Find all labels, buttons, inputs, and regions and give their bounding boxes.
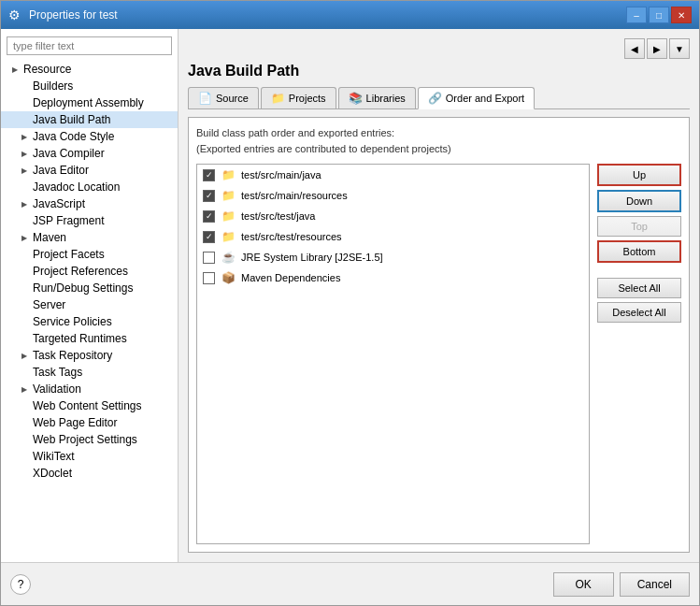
window-title: Properties for test (29, 8, 118, 22)
tabs-container: 📄Source📁Projects📚Libraries🔗Order and Exp… (188, 87, 690, 109)
entry-checkbox[interactable]: ✓ (203, 210, 215, 223)
sidebar-item-web-project-settings[interactable]: Web Project Settings (1, 431, 178, 448)
sidebar-item-run-debug-settings[interactable]: Run/Debug Settings (1, 280, 178, 296)
bottom-bar: ? OK Cancel (1, 562, 699, 605)
sidebar-item-label: Server (33, 298, 65, 311)
sidebar-item-label: Project Facets (33, 248, 105, 261)
entry-icon: 📁 (221, 209, 236, 224)
sidebar-item-web-page-editor[interactable]: Web Page Editor (1, 414, 178, 431)
sidebar-item-task-tags[interactable]: Task Tags (1, 364, 178, 381)
sidebar-item-label: Deployment Assembly (33, 96, 144, 109)
bottom-button[interactable]: Bottom (597, 240, 681, 263)
back-button[interactable]: ◀ (624, 38, 645, 59)
entry-item[interactable]: ✓📁test/src/test/java (197, 206, 589, 226)
down-button[interactable]: Down (597, 190, 681, 212)
entry-item[interactable]: ✓📁test/src/test/resources (197, 226, 589, 247)
sidebar-item-resource[interactable]: ▶Resource (1, 61, 178, 78)
action-buttons: Up Down Top Bottom Select All Deselect A… (597, 164, 681, 544)
tab-source[interactable]: 📄Source (188, 87, 259, 108)
expand-icon: ▶ (21, 352, 29, 359)
entry-icon: ☕ (221, 250, 236, 265)
sidebar-item-service-policies[interactable]: Service Policies (1, 313, 178, 330)
sidebar-item-project-facets[interactable]: Project Facets (1, 246, 178, 263)
forward-button[interactable]: ▶ (647, 38, 667, 59)
entry-item[interactable]: ☕JRE System Library [J2SE-1.5] (197, 247, 589, 267)
sidebar-item-xdoclet[interactable]: XDoclet (1, 465, 178, 482)
select-all-button[interactable]: Select All (597, 278, 681, 298)
build-description: Build class path order and exported entr… (196, 125, 681, 156)
sidebar-item-deployment-assembly[interactable]: Deployment Assembly (1, 94, 178, 111)
title-buttons: – □ ✕ (626, 7, 692, 23)
sidebar-item-jsp-fragment[interactable]: JSP Fragment (1, 212, 178, 229)
entry-icon: 📁 (221, 167, 236, 182)
sidebar-item-builders[interactable]: Builders (1, 78, 178, 94)
entry-checkbox[interactable]: ✓ (203, 169, 215, 181)
entry-checkbox[interactable]: ✓ (203, 190, 215, 202)
entry-icon: 📁 (221, 188, 236, 203)
content-area: ▶ResourceBuildersDeployment AssemblyJava… (1, 29, 699, 562)
entry-label: JRE System Library [J2SE-1.5] (241, 252, 383, 263)
sidebar-item-validation[interactable]: ▶Validation (1, 381, 178, 397)
libraries-tab-icon: 📚 (349, 92, 363, 105)
help-button[interactable]: ? (10, 574, 31, 595)
sidebar-item-maven[interactable]: ▶Maven (1, 229, 178, 246)
sidebar-item-web-content-settings[interactable]: Web Content Settings (1, 397, 178, 414)
entry-checkbox[interactable] (203, 272, 215, 284)
cancel-button[interactable]: Cancel (620, 572, 690, 597)
sidebar-item-label: Task Tags (33, 366, 82, 379)
tab-label: Projects (289, 93, 326, 104)
ok-button[interactable]: OK (553, 572, 614, 597)
sidebar-item-java-compiler[interactable]: ▶Java Compiler (1, 145, 178, 162)
entry-checkbox[interactable]: ✓ (203, 231, 215, 243)
sidebar-item-java-build-path[interactable]: Java Build Path (1, 111, 178, 128)
search-input[interactable] (7, 36, 172, 55)
sidebar-item-label: Java Editor (33, 164, 89, 177)
sidebar-item-label: Validation (33, 382, 81, 396)
entry-item[interactable]: ✓📁test/src/main/resources (197, 185, 589, 206)
tab-projects[interactable]: 📁Projects (261, 87, 336, 108)
sidebar-item-java-editor[interactable]: ▶Java Editor (1, 162, 178, 179)
expand-icon: ▶ (21, 385, 29, 393)
sidebar-item-label: Resource (23, 63, 71, 76)
expand-icon: ▶ (12, 65, 20, 73)
sidebar-item-targeted-runtimes[interactable]: Targeted Runtimes (1, 330, 178, 347)
deselect-all-button[interactable]: Deselect All (597, 302, 681, 323)
tab-label: Libraries (366, 93, 406, 104)
entry-item[interactable]: 📦Maven Dependencies (197, 267, 589, 288)
sidebar-item-label: Task Repository (33, 349, 112, 362)
up-button[interactable]: Up (597, 164, 681, 186)
title-bar-left: ⚙ Properties for test (8, 7, 118, 22)
sidebar-item-label: Maven (33, 231, 66, 244)
sidebar-item-wikitext[interactable]: WikiText (1, 448, 178, 465)
tab-libraries[interactable]: 📚Libraries (338, 87, 416, 108)
entry-checkbox[interactable] (203, 252, 215, 264)
entry-icon: 📦 (221, 270, 236, 285)
sidebar-item-server[interactable]: Server (1, 296, 178, 313)
sidebar-item-label: Java Code Style (33, 130, 114, 143)
top-button[interactable]: Top (597, 216, 681, 237)
tab-order-export[interactable]: 🔗Order and Export (418, 87, 535, 109)
sidebar-item-project-references[interactable]: Project References (1, 263, 178, 280)
entry-label: test/src/main/resources (241, 190, 348, 201)
tab-label: Order and Export (446, 93, 524, 104)
title-bar: ⚙ Properties for test – □ ✕ (1, 1, 699, 29)
main-window: ⚙ Properties for test – □ ✕ ▶ResourceBui… (0, 0, 700, 606)
sidebar-item-label: JSP Fragment (33, 214, 104, 227)
panel-title: Java Build Path (188, 63, 690, 79)
sidebar-item-javascript[interactable]: ▶JavaScript (1, 195, 178, 212)
maximize-button[interactable]: □ (649, 7, 669, 23)
tab-label: Source (216, 93, 249, 104)
sidebar-item-javadoc-location[interactable]: Javadoc Location (1, 179, 178, 195)
expand-icon: ▶ (21, 166, 29, 174)
sidebar-item-java-code-style[interactable]: ▶Java Code Style (1, 128, 178, 145)
sidebar-item-label: Java Compiler (33, 147, 105, 160)
nav-dropdown-button[interactable]: ▼ (669, 38, 690, 59)
sidebar-item-label: XDoclet (33, 467, 72, 480)
minimize-button[interactable]: – (626, 7, 647, 23)
sidebar-item-task-repository[interactable]: ▶Task Repository (1, 347, 178, 364)
entry-label: test/src/test/java (241, 210, 315, 222)
entry-label: test/src/test/resources (241, 231, 342, 242)
close-button[interactable]: ✕ (671, 7, 692, 23)
entry-item[interactable]: ✓📁test/src/main/java (197, 165, 589, 185)
entries-list: ✓📁test/src/main/java✓📁test/src/main/reso… (196, 164, 590, 544)
